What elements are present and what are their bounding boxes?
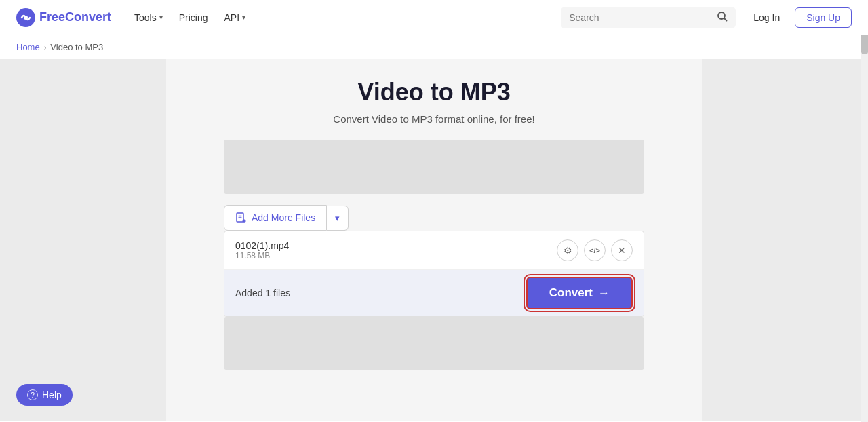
convert-row: Added 1 files Convert →	[224, 270, 644, 316]
breadcrumb-home[interactable]: Home	[16, 42, 40, 52]
nav-api[interactable]: API ▾	[218, 8, 253, 27]
convert-button[interactable]: Convert →	[526, 277, 633, 309]
logo[interactable]: FreeConvert	[16, 8, 111, 27]
page-title: Video to MP3	[357, 78, 510, 107]
bottom-ad-banner	[224, 317, 644, 370]
close-icon: ✕	[618, 245, 626, 256]
gear-icon: ⚙	[564, 245, 572, 256]
code-icon: </>	[589, 246, 600, 254]
logo-text: FreeConvert	[39, 10, 111, 24]
header-actions: Log In Sign Up	[747, 7, 852, 28]
breadcrumb: Home › Video to MP3	[0, 35, 868, 59]
file-info: 0102(1).mp4 11.58 MB	[235, 240, 289, 261]
chevron-down-icon: ▾	[335, 213, 340, 223]
logo-icon	[16, 8, 35, 27]
login-button[interactable]: Log In	[747, 8, 787, 27]
breadcrumb-current: Video to MP3	[50, 42, 103, 52]
tools-chevron-icon: ▾	[159, 14, 163, 21]
upload-controls: Add More Files ▾	[224, 205, 644, 231]
nav-pricing[interactable]: Pricing	[172, 8, 215, 27]
sidebar-right	[702, 59, 868, 421]
search-icon[interactable]	[717, 11, 728, 24]
search-area	[561, 7, 736, 28]
arrow-right-icon: →	[598, 286, 610, 300]
svg-line-3	[724, 18, 727, 21]
main-layout: Video to MP3 Convert Video to MP3 format…	[0, 59, 868, 421]
svg-point-1	[24, 16, 28, 20]
file-icon	[235, 212, 246, 223]
search-input[interactable]	[569, 12, 711, 23]
help-circle-icon: ?	[27, 389, 38, 400]
remove-file-button[interactable]: ✕	[611, 239, 633, 261]
top-ad-banner	[224, 140, 644, 194]
table-row: 0102(1).mp4 11.58 MB ⚙ </> ✕	[224, 231, 644, 270]
help-button[interactable]: ? Help	[16, 384, 73, 406]
page-subtitle: Convert Video to MP3 format online, for …	[333, 113, 534, 125]
code-button[interactable]: </>	[584, 239, 606, 261]
file-size: 11.58 MB	[235, 251, 289, 261]
added-files-label: Added 1 files	[235, 288, 290, 299]
file-actions: ⚙ </> ✕	[557, 239, 633, 261]
file-name: 0102(1).mp4	[235, 240, 289, 251]
file-list: 0102(1).mp4 11.58 MB ⚙ </> ✕ Ad	[224, 231, 644, 317]
content-area: Video to MP3 Convert Video to MP3 format…	[166, 59, 702, 421]
nav-tools[interactable]: Tools ▾	[127, 8, 170, 27]
settings-button[interactable]: ⚙	[557, 239, 578, 261]
add-files-dropdown-button[interactable]: ▾	[327, 206, 349, 231]
main-nav: Tools ▾ Pricing API ▾	[127, 8, 252, 27]
breadcrumb-separator: ›	[44, 43, 47, 52]
api-chevron-icon: ▾	[242, 14, 245, 21]
sidebar-left	[0, 59, 166, 421]
scrollbar-track	[861, 0, 868, 422]
add-more-files-button[interactable]: Add More Files	[224, 205, 327, 231]
signup-button[interactable]: Sign Up	[795, 7, 852, 28]
header: FreeConvert Tools ▾ Pricing API ▾ Log In…	[0, 0, 868, 35]
